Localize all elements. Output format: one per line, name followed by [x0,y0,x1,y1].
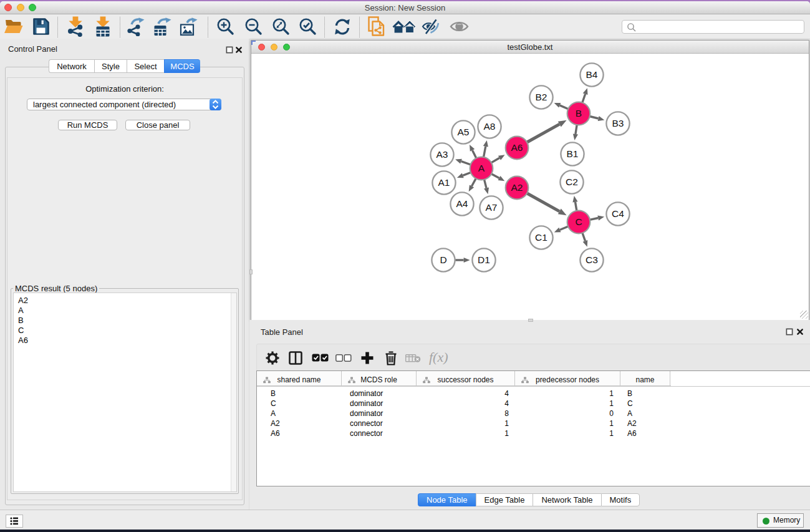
svg-text:A3: A3 [436,149,448,160]
svg-text:B3: B3 [612,118,624,128]
svg-text:B4: B4 [586,69,598,80]
svg-text:A8: A8 [484,121,496,132]
svg-text:C3: C3 [586,254,598,265]
svg-text:A7: A7 [486,202,498,213]
svg-text:B2: B2 [536,92,547,102]
svg-text:A: A [478,163,485,173]
svg-text:D: D [440,254,446,265]
svg-text:C: C [575,216,582,227]
svg-text:C1: C1 [535,232,547,243]
svg-text:A5: A5 [458,127,470,137]
svg-text:C2: C2 [566,177,578,187]
svg-text:B1: B1 [567,148,579,159]
svg-text:A4: A4 [456,198,468,209]
svg-text:A6: A6 [511,142,523,153]
svg-text:C4: C4 [612,208,624,219]
svg-text:B: B [576,108,582,118]
svg-text:D1: D1 [478,254,490,265]
svg-text:A1: A1 [438,177,450,188]
svg-text:A2: A2 [511,182,523,193]
